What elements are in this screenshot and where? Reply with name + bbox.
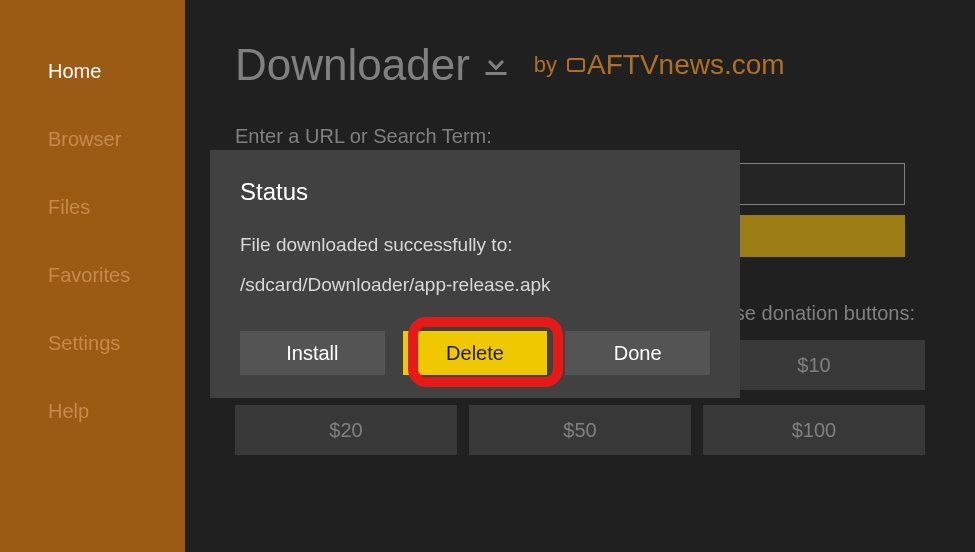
by-text: by <box>534 52 557 78</box>
sidebar: Home Browser Files Favorites Settings He… <box>0 0 185 552</box>
app-header: Downloader by AFTVnews.com <box>235 40 925 90</box>
sidebar-item-favorites[interactable]: Favorites <box>48 264 185 287</box>
sidebar-item-settings[interactable]: Settings <box>48 332 185 355</box>
url-label: Enter a URL or Search Term: <box>235 125 925 148</box>
tv-icon <box>567 58 585 72</box>
app-title: Downloader <box>235 40 470 90</box>
sidebar-item-home[interactable]: Home <box>48 60 185 83</box>
donation-row-2: $20 $50 $100 <box>235 405 925 455</box>
modal-buttons: Install Delete Done <box>240 331 710 375</box>
modal-message: File downloaded successfully to: <box>240 234 710 256</box>
modal-path: /sdcard/Downloader/app-release.apk <box>240 274 710 296</box>
done-button[interactable]: Done <box>565 331 710 375</box>
sidebar-item-help[interactable]: Help <box>48 400 185 423</box>
download-icon <box>478 45 514 85</box>
donate-100[interactable]: $100 <box>703 405 925 455</box>
modal-title: Status <box>240 178 710 206</box>
sidebar-item-browser[interactable]: Browser <box>48 128 185 151</box>
donate-50[interactable]: $50 <box>469 405 691 455</box>
install-button[interactable]: Install <box>240 331 385 375</box>
status-modal: Status File downloaded successfully to: … <box>210 150 740 398</box>
brand-text: AFTVnews.com <box>587 49 785 81</box>
donate-20[interactable]: $20 <box>235 405 457 455</box>
delete-button[interactable]: Delete <box>403 331 548 375</box>
sidebar-item-files[interactable]: Files <box>48 196 185 219</box>
